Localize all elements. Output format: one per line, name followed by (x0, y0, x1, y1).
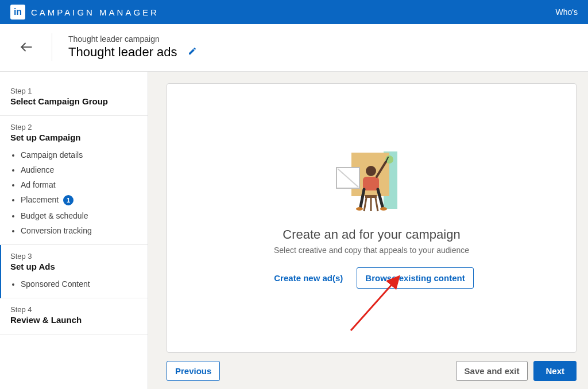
arrow-left-icon (19, 40, 34, 55)
sidebar-item-conversion-tracking[interactable]: Conversion tracking (21, 226, 137, 235)
sidebar-step-2[interactable]: Step 2 Set up Campaign Campaign details … (0, 116, 148, 245)
header-titles: Thought leader campaign Thought leader a… (68, 34, 197, 60)
sidebar-item-budget-schedule[interactable]: Budget & schedule (21, 211, 137, 220)
sidebar-item-campaign-details[interactable]: Campaign details (21, 150, 137, 160)
sidebar-item-sponsored-content[interactable]: Sponsored Content (21, 279, 137, 289)
svg-point-13 (356, 207, 363, 211)
step-items: Sponsored Content (10, 279, 137, 289)
svg-point-14 (380, 207, 387, 211)
edit-name-button[interactable] (188, 46, 197, 58)
sidebar-item-label: Placement (21, 195, 59, 204)
step-label: Step 4 (10, 305, 137, 314)
page-header: Thought leader campaign Thought leader a… (0, 24, 588, 72)
save-and-exit-button[interactable]: Save and exit (456, 361, 528, 381)
sidebar-step-4[interactable]: Step 4 Review & Launch (0, 298, 148, 334)
svg-line-8 (364, 198, 366, 211)
step-label: Step 3 (10, 252, 137, 260)
previous-button[interactable]: Previous (167, 361, 220, 381)
step-label: Step 1 (10, 87, 137, 95)
svg-rect-7 (365, 195, 377, 198)
create-ad-card: Create an ad for your campaign Select cr… (167, 83, 577, 353)
step-title: Select Campaign Group (10, 96, 137, 106)
svg-line-9 (376, 198, 378, 211)
topbar: in CAMPAIGN MANAGER Who's (0, 0, 588, 24)
pencil-icon (188, 46, 197, 56)
step-items: Campaign details Audience Ad format Plac… (10, 150, 137, 235)
footer-actions: Previous Save and exit Next (167, 361, 577, 381)
step-title: Set up Campaign (10, 133, 137, 142)
card-actions: Create new ad(s) Browse existing content (269, 267, 473, 289)
svg-rect-11 (363, 177, 379, 190)
linkedin-logo-icon: in (10, 5, 25, 20)
card-title: Create an ad for your campaign (283, 227, 460, 242)
create-ad-illustration-icon (328, 148, 415, 217)
sidebar-item-audience[interactable]: Audience (21, 165, 137, 174)
step-label: Step 2 (10, 123, 137, 131)
back-button[interactable] (17, 38, 36, 56)
next-button[interactable]: Next (533, 361, 577, 381)
step-title: Set up Ads (10, 262, 137, 271)
campaign-group-name: Thought leader campaign (68, 34, 197, 44)
svg-point-12 (366, 166, 376, 176)
main-panel: Create an ad for your campaign Select cr… (148, 72, 588, 389)
card-subtitle: Select creative and copy that appeals to… (274, 246, 469, 255)
brand: in CAMPAIGN MANAGER (10, 5, 159, 20)
sidebar-step-1[interactable]: Step 1 Select Campaign Group (0, 80, 148, 116)
browse-existing-content-button[interactable]: Browse existing content (357, 267, 473, 289)
sidebar-step-3[interactable]: Step 3 Set up Ads Sponsored Content (0, 245, 148, 298)
body: Step 1 Select Campaign Group Step 2 Set … (0, 72, 588, 389)
campaign-name: Thought leader ads (68, 45, 177, 60)
topbar-right-text[interactable]: Who's (556, 7, 578, 17)
header-divider (52, 33, 52, 61)
sidebar: Step 1 Select Campaign Group Step 2 Set … (0, 72, 148, 389)
create-new-ads-button[interactable]: Create new ad(s) (269, 267, 347, 289)
step-title: Review & Launch (10, 315, 137, 325)
app-title: CAMPAIGN MANAGER (31, 7, 159, 17)
placement-badge: 1 (63, 195, 74, 205)
sidebar-item-placement[interactable]: Placement 1 (21, 195, 137, 205)
sidebar-item-ad-format[interactable]: Ad format (21, 180, 137, 189)
